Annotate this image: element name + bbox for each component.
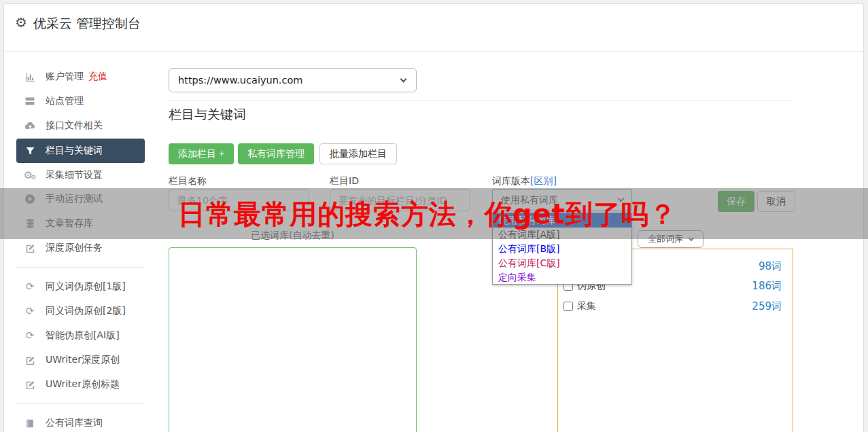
sidebar-item-public-lexicon-query[interactable]: 公有词库查询: [16, 411, 145, 432]
header-divider: [3, 51, 864, 52]
site-url-select[interactable]: https://www.ucaiyun.com: [169, 68, 417, 92]
app-title: 优采云 管理控制台: [33, 15, 141, 33]
sync-icon: ⟳: [22, 305, 37, 317]
sidebar-item-label: 深度原创任务: [46, 242, 103, 254]
sidebar-item-uwriter-deep[interactable]: UWriter深度原创: [16, 348, 145, 372]
edit-icon: [22, 243, 37, 253]
sidebar-item-collect-settings[interactable]: ⚙⚙ 采集细节设置: [16, 163, 145, 187]
gear-logo-icon: ⚙: [15, 14, 27, 31]
lexicon-row-label: 采集: [577, 300, 596, 312]
sidebar-item-label: 同义词伪原创[1版]: [46, 281, 126, 293]
sidebar-item-label: 同义词伪原创[2版]: [46, 305, 126, 317]
sidebar-item-synonym-v1[interactable]: ⟳ 同义词伪原创[1版]: [16, 274, 145, 299]
lexicon-row-count: 186词: [752, 280, 782, 293]
column-id-label: 栏目ID: [330, 175, 359, 187]
sidebar-item-label: UWriter深度原创: [46, 354, 120, 366]
lexicon-row-checkbox[interactable]: [563, 302, 573, 311]
lexicon-row-count: 98词: [759, 260, 782, 273]
lexicon-version-label: 词库版本[区别]: [492, 175, 557, 187]
dropdown-option-public-b[interactable]: 公有词库[B版]: [493, 242, 631, 256]
batch-add-button[interactable]: 批量添加栏目: [319, 143, 397, 164]
sidebar-item-label: 账户管理: [46, 71, 84, 83]
sidebar-item-account[interactable]: 账户管理 充值: [16, 65, 145, 89]
edit-icon: [22, 355, 37, 365]
sidebar-item-synonym-v2[interactable]: ⟳ 同义词伪原创[2版]: [16, 299, 145, 323]
chevron-down-icon: [400, 75, 407, 82]
version-diff-link[interactable]: [区别]: [530, 175, 557, 186]
sidebar-item-label: 公有词库查询: [46, 417, 103, 429]
sidebar-divider: [16, 267, 145, 268]
sidebar-item-sites[interactable]: 站点管理: [16, 89, 145, 113]
content-divider: [169, 100, 793, 101]
funnel-icon: [22, 146, 37, 156]
dropdown-option-directed-collect[interactable]: 定向采集: [493, 270, 631, 285]
sidebar-item-deep-original-task[interactable]: 深度原创任务: [16, 236, 145, 260]
selected-lexicon-textarea[interactable]: [169, 247, 417, 432]
sidebar-item-interface-files[interactable]: 接口文件相关: [16, 113, 145, 138]
sync-icon: ⟳: [22, 281, 37, 293]
sidebar-item-label: 接口文件相关: [46, 120, 103, 132]
sync-icon: ⟳: [22, 329, 37, 342]
add-column-button[interactable]: 添加栏目 +: [169, 143, 234, 164]
sidebar-item-label: 站点管理: [46, 95, 84, 107]
book-icon: [22, 418, 37, 429]
column-name-label: 栏目名称: [169, 175, 207, 187]
page-title: 栏目与关键词: [169, 106, 246, 124]
sidebar-divider: [16, 403, 145, 404]
lexicon-row-count: 259词: [752, 300, 782, 313]
sidebar-item-label: 采集细节设置: [46, 169, 103, 181]
sidebar-item-columns-keywords[interactable]: 栏目与关键词: [16, 139, 145, 163]
sidebar-item-label: 智能伪原创[AI版]: [46, 329, 120, 342]
promo-overlay-band: 日常最常用的搜索方法，你get到了吗？: [0, 188, 868, 239]
sidebar-item-label: 栏目与关键词: [46, 145, 103, 157]
site-url-value: https://www.ucaiyun.com: [178, 75, 302, 86]
edit-icon: [22, 380, 37, 390]
private-lexicon-button[interactable]: 私有词库管理: [238, 143, 314, 164]
dropdown-option-public-c[interactable]: 公有词库[C版]: [493, 256, 631, 270]
recharge-badge[interactable]: 充值: [88, 71, 107, 83]
gears-icon: ⚙⚙: [22, 169, 37, 181]
lexicon-row: 采集 259词: [558, 300, 793, 312]
sidebar-item-ai-rewrite[interactable]: ⟳ 智能伪原创[AI版]: [16, 323, 145, 348]
app-window: ⚙ 优采云 管理控制台 账户管理 充值 站点管理 接口文件相关 栏目与关键词 ⚙…: [0, 0, 868, 432]
bar-chart-icon: [22, 71, 37, 82]
app-header: ⚙ 优采云 管理控制台: [0, 0, 868, 51]
sidebar-item-label: UWriter原创标题: [46, 378, 120, 391]
cloud-upload-icon: [22, 120, 37, 131]
sidebar-item-uwriter-title[interactable]: UWriter原创标题: [16, 372, 145, 397]
server-icon: [22, 96, 37, 107]
promo-overlay-text: 日常最常用的搜索方法，你get到了吗？: [178, 195, 677, 232]
